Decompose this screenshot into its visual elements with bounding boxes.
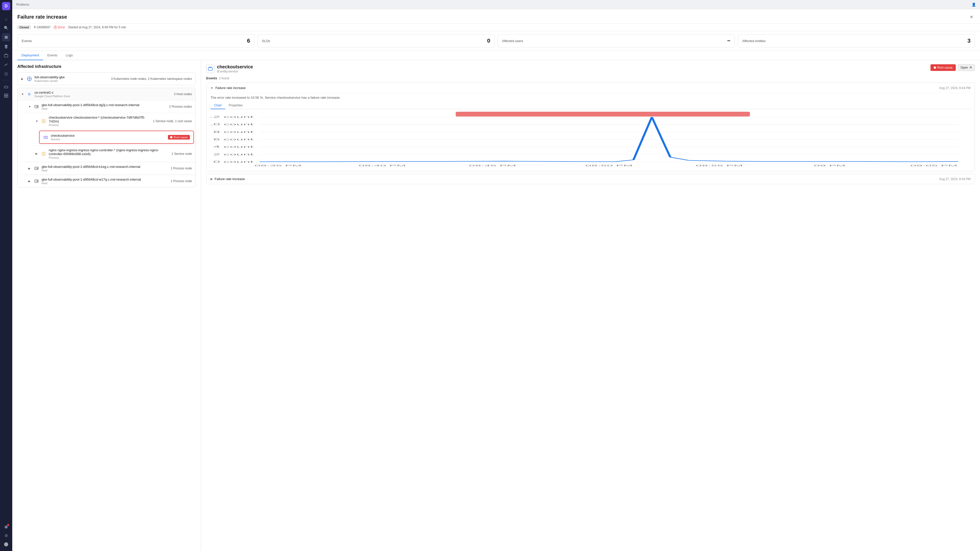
error-badge: ✕ Error bbox=[54, 25, 65, 29]
infra-cluster-row[interactable]: ▶ full-observab bbox=[18, 73, 196, 85]
svg-text:08:55 PM: 08:55 PM bbox=[696, 164, 743, 167]
svg-point-2 bbox=[6, 73, 6, 75]
checkout-service-row[interactable]: checkoutservice Service Root cause bbox=[39, 130, 194, 144]
process2-detail: 1 Service node bbox=[172, 152, 192, 156]
svg-rect-0 bbox=[4, 55, 8, 57]
host2-detail: 1 Process node bbox=[171, 167, 192, 170]
sidebar-item-home[interactable]: ⌂ bbox=[2, 15, 10, 23]
chart-tab-properties[interactable]: Properties bbox=[225, 102, 246, 109]
metric-slos: SLOs 0 bbox=[258, 34, 495, 48]
gcp-icon: G bbox=[27, 92, 32, 97]
infrastructure-panel: Affected infrastructure ▶ bbox=[12, 60, 201, 551]
app-logo[interactable]: D bbox=[2, 2, 10, 10]
cluster-type: Kubernetes cluster bbox=[35, 79, 108, 83]
svg-text:09 PM: 09 PM bbox=[814, 164, 845, 167]
host1-nested: ▼ gke-full-observability-pool-1-d95648cd… bbox=[18, 100, 196, 162]
host2-row[interactable]: ▶ gke-full-observability-pool-1-d95648cd… bbox=[25, 162, 196, 175]
event-card-2-title-text: Failure rate increase bbox=[215, 177, 245, 181]
chart-svg: 12 count 10 count 8 count 6 count 4 coun… bbox=[210, 112, 970, 168]
checkout-service-type: Service bbox=[51, 138, 165, 141]
event-card-2-date: Aug 27, 2024, 8:44 PM bbox=[939, 177, 970, 181]
event-card-1-date: Aug 27, 2024, 8:44 PM bbox=[939, 86, 970, 90]
sidebar-item-alerts[interactable] bbox=[2, 523, 10, 531]
panel-header: Failure rate increase ✕ bbox=[12, 9, 980, 24]
event-description: The error rate increased to 10.56 %. Ser… bbox=[210, 96, 970, 100]
root-cause-button[interactable]: Root cause bbox=[931, 64, 956, 71]
sidebar-item-metrics[interactable] bbox=[2, 61, 10, 69]
sidebar-item-layers[interactable] bbox=[2, 42, 10, 51]
sidebar-item-observability[interactable] bbox=[2, 52, 10, 60]
tab-events[interactable]: Events bbox=[43, 51, 62, 60]
infra-zone-group: ▼ G us-central1-c Google Cloud Platform … bbox=[18, 88, 196, 187]
svg-text:G: G bbox=[28, 93, 30, 96]
event-card-2-header[interactable]: ▶ Failure rate increase Aug 27, 2024, 8:… bbox=[207, 174, 975, 184]
process1-type: Process bbox=[49, 124, 150, 127]
host1-row[interactable]: ▼ gke-full-observability-pool-1-d95648cd… bbox=[25, 100, 196, 113]
svg-text:09:05 PM: 09:05 PM bbox=[910, 164, 957, 167]
close-button[interactable]: ✕ bbox=[968, 13, 975, 21]
metric-affected-users: Affected users − bbox=[498, 34, 735, 48]
process1-chevron-icon: ▼ bbox=[35, 120, 38, 123]
entity-header: checkoutservice dt.entity.service Root c… bbox=[206, 64, 975, 73]
infra-zone-row[interactable]: ▼ G us-central1-c Google Cloud Platform … bbox=[18, 88, 196, 100]
main-content: Problems 👤 Failure rate increase ✕ Close… bbox=[12, 0, 980, 551]
service-icon bbox=[43, 135, 48, 140]
host3-type: Host bbox=[41, 182, 168, 185]
sidebar-item-grid[interactable]: ⊞ bbox=[2, 33, 10, 41]
cluster-detail: 3 Kubernetes node nodes, 2 Kubernetes na… bbox=[111, 77, 192, 81]
sidebar-item-dynatrace[interactable] bbox=[2, 540, 10, 548]
process2-info: nginx nginx-ingress-ingress-nginx-contro… bbox=[49, 148, 169, 159]
tab-logs[interactable]: Logs bbox=[62, 51, 77, 60]
metric-events: Events 6 bbox=[18, 34, 255, 48]
event-card-1-chevron-icon: ▼ bbox=[210, 86, 213, 89]
svg-rect-6 bbox=[6, 96, 8, 97]
breadcrumb: Problems bbox=[16, 3, 29, 6]
sidebar-item-search[interactable]: 🔍 bbox=[2, 24, 10, 32]
svg-text:10 count: 10 count bbox=[210, 123, 254, 126]
sidebar-item-settings[interactable]: ⚙ bbox=[2, 532, 10, 540]
open-button[interactable]: Open bbox=[958, 64, 975, 71]
problem-id: P-24088597 bbox=[34, 25, 51, 29]
svg-rect-4 bbox=[6, 94, 8, 95]
root-cause-label: Root cause bbox=[173, 136, 188, 139]
zone-type: Google Cloud Platform Zone bbox=[35, 95, 171, 98]
host3-chevron-icon: ▶ bbox=[28, 179, 32, 183]
chart-tab-chart[interactable]: Chart bbox=[210, 102, 225, 109]
error-label: Error bbox=[58, 25, 65, 29]
problem-panel: Failure rate increase ✕ Closed P-2408859… bbox=[12, 9, 980, 551]
svg-text:08:50 PM: 08:50 PM bbox=[585, 164, 633, 167]
panel-title: Failure rate increase bbox=[18, 14, 67, 20]
host2-icon bbox=[34, 166, 39, 171]
event-card-2: ▶ Failure rate increase Aug 27, 2024, 8:… bbox=[206, 174, 975, 184]
root-cause-button-label: Root cause bbox=[937, 66, 953, 69]
process2-row[interactable]: ▶ nginx nginx-ingress-ingress-nginx-cont… bbox=[32, 145, 196, 162]
host2-type: Host bbox=[41, 169, 168, 172]
tab-deployment[interactable]: Deployment bbox=[18, 51, 43, 60]
host1-name: gke-full-observability-pool-1-d95648cd-d… bbox=[41, 103, 167, 107]
cluster-chevron-icon: ▶ bbox=[21, 77, 24, 81]
k8s-icon bbox=[27, 76, 32, 81]
sidebar-item-automations[interactable] bbox=[2, 70, 10, 78]
error-icon: ✕ bbox=[54, 25, 57, 29]
event-card-1-header[interactable]: ▼ Failure rate increase Aug 27, 2024, 8:… bbox=[207, 83, 975, 93]
svg-text:08:40 PM: 08:40 PM bbox=[359, 164, 406, 167]
checkout-service-name: checkoutservice bbox=[51, 134, 165, 138]
host3-row[interactable]: ▶ gke-full-observability-pool-1-d95648cd… bbox=[25, 175, 196, 187]
zone-name: us-central1-c bbox=[35, 91, 171, 94]
sidebar: D ⌂ 🔍 ⊞ bbox=[0, 0, 12, 551]
sidebar-item-cloud[interactable] bbox=[2, 83, 10, 91]
event-card-1: ▼ Failure rate increase Aug 27, 2024, 8:… bbox=[206, 83, 975, 171]
host3-nested: ▶ gke-full-observability-pool-1-d95648cd… bbox=[18, 175, 196, 187]
process1-nested: ▼ checkoutservice checkoutserv bbox=[25, 113, 196, 162]
svg-rect-36 bbox=[456, 112, 750, 117]
service-nested: checkoutservice Service Root cause bbox=[32, 130, 196, 144]
events-value: 6 bbox=[247, 38, 250, 44]
process1-row[interactable]: ▼ checkoutservice checkoutserv bbox=[32, 113, 196, 129]
events-found: 2 found bbox=[218, 76, 229, 80]
sidebar-item-apps[interactable] bbox=[2, 92, 10, 100]
checkout-service-info: checkoutservice Service bbox=[51, 134, 165, 141]
host1-type: Host bbox=[41, 107, 167, 110]
svg-text:6 count: 6 count bbox=[213, 138, 254, 141]
logo-icon: D bbox=[5, 4, 8, 8]
host1-info: gke-full-observability-pool-1-d95648cd-d… bbox=[41, 103, 167, 110]
